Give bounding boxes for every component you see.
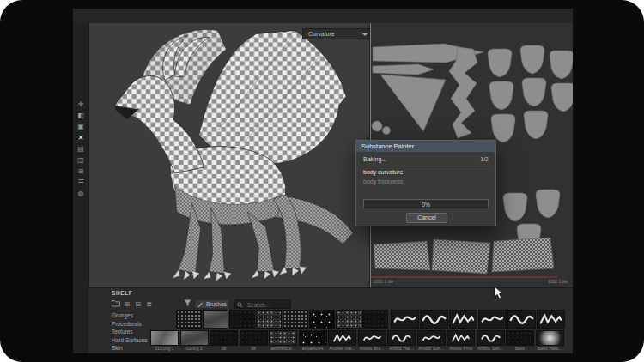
brush-thumb[interactable] <box>478 310 507 329</box>
material-picker-tool-icon[interactable]: ⊞ <box>73 166 88 177</box>
brush-thumb[interactable] <box>537 310 565 329</box>
shelf-item[interactable]: 08 <box>210 330 238 351</box>
shelf-item[interactable]: Artistic Soft... <box>477 330 505 351</box>
baking-status-row: Baking... 1/2 <box>363 156 489 166</box>
category-grunges[interactable]: Grunges <box>112 311 172 320</box>
baking-progress-bar: 0% <box>363 199 489 208</box>
shelf-toolbar: ⊞ ⊟ ≣ Brushes <box>88 299 573 310</box>
brush-thumb[interactable] <box>391 310 419 329</box>
brush-thumb[interactable] <box>420 310 448 329</box>
add-icon[interactable]: ⊞ <box>122 299 131 309</box>
category-procedurals[interactable]: Procedurals <box>112 320 172 329</box>
channel-dropdown[interactable]: Curvature <box>302 28 369 39</box>
dialog-titlebar[interactable]: Substance Painter <box>356 141 495 152</box>
substance-painter-window: ✛ ◧ ▣ ✕ ▤ ◫ ⊞ ☰ ◍ <box>73 9 573 353</box>
baking-status: Baking... <box>363 156 386 166</box>
shelf-item[interactable]: Archive Inte... <box>328 330 356 351</box>
brush-thumb[interactable] <box>449 310 477 329</box>
texture-thumb[interactable] <box>203 310 228 329</box>
brush-thumb[interactable] <box>507 310 536 329</box>
shelf-item[interactable]: 02lung 1 <box>180 330 209 351</box>
left-tool-dock: ✛ ◧ ▣ ✕ ▤ ◫ ⊞ ☰ ◍ <box>73 23 89 353</box>
texture-thumb[interactable] <box>362 310 388 329</box>
eraser-tool-icon[interactable]: ◧ <box>73 110 88 121</box>
list-view-icon[interactable]: ≣ <box>144 299 154 309</box>
chevron-down-icon <box>362 33 368 36</box>
shelf-thumb-row-2: 019.png 1 02lung 1 08 08 aesthetical... … <box>150 330 564 351</box>
baking-dialog: Substance Painter Baking... 1/2 body cur… <box>355 140 496 226</box>
search-box <box>234 299 291 309</box>
remove-icon[interactable]: ⊟ <box>133 299 143 309</box>
uv-tile-label-left: 1001 1 tile <box>374 279 393 284</box>
shelf-item[interactable]: Back <box>506 330 534 351</box>
shelf-item[interactable]: 08 <box>240 330 268 351</box>
shelf-item[interactable]: Artistic Hat... <box>387 330 416 351</box>
folder-icon[interactable] <box>111 299 120 309</box>
texture-thumb[interactable] <box>309 310 335 329</box>
dialog-title: Substance Painter <box>361 142 414 150</box>
texture-thumb[interactable] <box>176 310 202 329</box>
search-input[interactable] <box>246 300 292 310</box>
baking-queued-item: body thickness <box>363 178 403 184</box>
texture-thumb[interactable] <box>229 310 255 329</box>
baking-counter: 1/2 <box>480 156 489 162</box>
shelf-item[interactable]: Artistic Print <box>447 330 475 351</box>
shelf-item[interactable]: Basic Hard... <box>536 330 564 351</box>
filter-icon[interactable] <box>183 299 192 309</box>
top-menu-bar <box>73 9 573 24</box>
brush-icon <box>197 302 204 308</box>
shelf-item[interactable]: aesthetical... <box>269 330 297 351</box>
device-frame: ✛ ◧ ▣ ✕ ▤ ◫ ⊞ ☰ ◍ <box>0 0 644 362</box>
shelf-item[interactable]: Artistic Soft... <box>417 330 446 351</box>
paint-tool-icon[interactable]: ✛ <box>73 99 88 110</box>
channel-dropdown-label: Curvature <box>308 31 335 37</box>
baking-current-item: body curvature <box>363 169 403 175</box>
smudge-tool-icon[interactable]: ▤ <box>73 143 88 154</box>
symmetry-tool-icon[interactable]: ◍ <box>73 188 88 199</box>
dragon-model <box>89 23 369 287</box>
polygon-fill-tool-icon[interactable]: ✕ <box>73 132 88 143</box>
shelf-item[interactable]: Artistic Bru... <box>358 330 386 351</box>
mouse-cursor <box>494 286 504 299</box>
viewport-3d[interactable]: Curvature <box>89 23 369 287</box>
shelf-thumb-row-1b <box>391 310 565 329</box>
shelf-thumb-row-1 <box>176 310 388 329</box>
search-icon <box>237 302 243 308</box>
brushes-filter-label: Brushes <box>206 301 227 307</box>
cancel-button[interactable]: Cancel <box>406 213 447 223</box>
quick-mask-tool-icon[interactable]: ☰ <box>73 177 88 188</box>
uv-tile-label-right: 1002 1 tile <box>548 279 568 284</box>
shelf-title: SHELF <box>112 290 132 296</box>
texture-thumb[interactable] <box>336 310 361 329</box>
brushes-filter-chip[interactable]: Brushes <box>195 299 229 309</box>
projection-tool-icon[interactable]: ▣ <box>73 121 88 132</box>
shelf-item[interactable]: ali particles <box>299 330 327 351</box>
shelf-item[interactable]: 019.png 1 <box>150 330 179 351</box>
texture-thumb[interactable] <box>283 310 308 329</box>
clone-tool-icon[interactable]: ◫ <box>73 154 88 166</box>
texture-thumb[interactable] <box>256 310 282 329</box>
